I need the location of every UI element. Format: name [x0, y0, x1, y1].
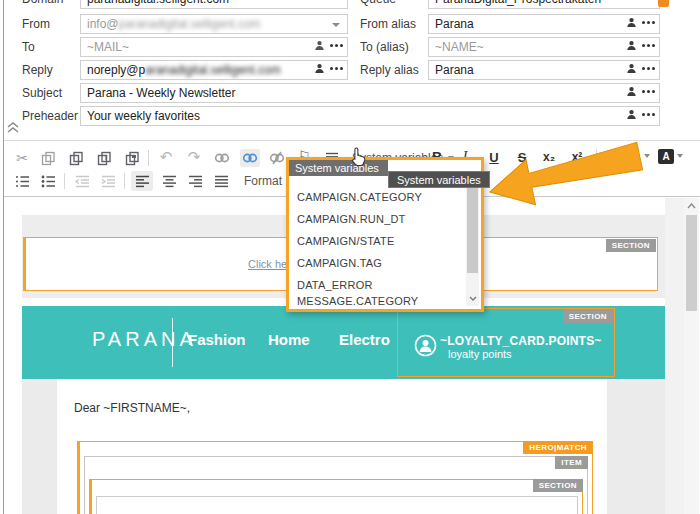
from-alias-label: From alias	[360, 14, 416, 34]
person-icon[interactable]	[626, 109, 637, 120]
nav-fashion[interactable]: Fashion	[188, 331, 246, 348]
subject-field[interactable]: Parana - Weekly Newsletter	[80, 83, 660, 103]
align-left-icon[interactable]	[131, 171, 153, 191]
preheader-value: Your weekly favorites	[87, 109, 200, 123]
toolbar-separator	[64, 173, 65, 189]
ellipsis-button[interactable]	[642, 67, 655, 70]
align-center-icon[interactable]	[159, 172, 179, 190]
toolbar-separator	[148, 150, 149, 166]
person-icon[interactable]	[314, 40, 325, 51]
to-alias-label: To (alias)	[360, 37, 409, 57]
to-alias-field[interactable]: ~NAME~	[428, 37, 660, 57]
outdent-icon[interactable]	[72, 172, 92, 190]
from-field[interactable]: info@paranadigital.selligent.com	[80, 14, 348, 34]
domain-field[interactable]: paranadigital.selligent.com	[80, 0, 348, 9]
dropdown-scrollbar-thumb[interactable]	[467, 181, 478, 273]
subject-label: Subject	[22, 83, 62, 103]
ellipsis-button[interactable]	[642, 44, 655, 47]
undo-icon[interactable]: ↶	[156, 148, 176, 166]
parana-logo: PARANA	[92, 328, 197, 351]
hand-cursor-icon	[350, 147, 367, 166]
redo-icon[interactable]: ↷	[184, 148, 204, 166]
link-active-icon[interactable]	[240, 149, 260, 167]
dropdown-item[interactable]: CAMPAIGN.CATEGORY	[297, 186, 422, 208]
ellipsis-button[interactable]	[642, 21, 655, 24]
chevron-down-icon	[644, 154, 650, 158]
loyalty-section[interactable]: SECTION ~LOYALTY_CARD.POINTS~ loyalty po…	[397, 308, 615, 377]
reply-label: Reply	[22, 60, 53, 80]
dropdown-item[interactable]: CAMPAIGN/STATE	[297, 230, 395, 252]
align-right-icon[interactable]	[185, 172, 205, 190]
ellipsis-button[interactable]	[642, 90, 655, 93]
preheader-field[interactable]: Your weekly favorites	[80, 106, 660, 126]
cut-icon[interactable]: ✂	[12, 149, 32, 167]
person-icon[interactable]	[626, 40, 637, 51]
from-value-blurred: paranadigital.selligent.com	[119, 17, 261, 31]
email-body: Dear ~FIRSTNAME~, HERO|MATCH ITEM SECTIO…	[22, 379, 665, 514]
paste-icon[interactable]	[66, 149, 86, 167]
nav-electro[interactable]: Electro	[339, 331, 390, 348]
indent-icon[interactable]	[98, 172, 118, 190]
preview-scrollbar[interactable]	[684, 198, 699, 514]
format-label: Format	[244, 174, 282, 188]
numbered-list-icon[interactable]	[12, 172, 32, 190]
reply-alias-value: Parana	[435, 63, 474, 77]
ellipsis-button[interactable]	[330, 44, 343, 47]
section-badge: SECTION	[563, 310, 613, 323]
inner-content-block[interactable]	[96, 496, 578, 514]
dropdown-scrollbar[interactable]	[466, 180, 479, 306]
domain-label: Domain	[22, 0, 63, 9]
email-brand-header: PARANA Fashion Home Electro SECTION ~LOY…	[22, 306, 665, 379]
ellipsis-button[interactable]	[642, 113, 655, 116]
preheader-label: Preheader	[22, 106, 78, 126]
person-icon[interactable]	[626, 86, 637, 97]
svg-text:T: T	[103, 154, 107, 161]
queue-value: ParanaDigital_Prospectrakaten	[435, 0, 601, 6]
nav-home[interactable]: Home	[268, 331, 310, 348]
validation-warning-icon[interactable]	[658, 0, 669, 7]
copy-icon[interactable]	[38, 149, 58, 167]
email-editor-window: Domain paranadigital.selligent.com Queue…	[0, 0, 700, 514]
collapse-header-icon[interactable]	[6, 120, 20, 132]
chevron-down-icon[interactable]	[332, 23, 340, 27]
unlink-icon[interactable]	[267, 149, 287, 167]
person-icon[interactable]	[626, 17, 637, 28]
from-alias-field[interactable]: Parana	[428, 14, 660, 34]
background-color-button[interactable]: A	[658, 147, 683, 165]
ellipsis-button[interactable]	[330, 67, 343, 70]
bullet-list-icon[interactable]	[38, 172, 58, 190]
dropdown-item[interactable]: MESSAGE.CATEGORY	[297, 290, 418, 312]
chevron-down-icon	[469, 296, 477, 301]
reply-value-blurred: aranadigital.selligent.com	[145, 63, 280, 77]
paste-text-icon[interactable]: T	[94, 149, 114, 167]
to-alias-value: ~NAME~	[435, 40, 484, 54]
person-icon[interactable]	[626, 63, 637, 74]
reply-alias-label: Reply alias	[360, 60, 419, 80]
item-block[interactable]: ITEM SECTION	[84, 456, 588, 514]
person-icon[interactable]	[314, 63, 325, 74]
justify-icon[interactable]	[211, 172, 231, 190]
queue-label: Queue	[360, 0, 396, 9]
chevron-down-icon	[677, 154, 683, 158]
background-color-label: A	[658, 149, 674, 164]
loyalty-points-caption: loyalty points	[448, 348, 512, 360]
link-icon[interactable]	[212, 149, 232, 167]
queue-field[interactable]: ParanaDigital_Prospectrakaten	[428, 0, 660, 9]
dropdown-scroll-down-button[interactable]	[466, 291, 479, 306]
section-badge: SECTION	[533, 479, 583, 492]
scrollbar-thumb[interactable]	[686, 215, 697, 311]
paste-image-icon[interactable]	[122, 149, 142, 167]
inner-section-block[interactable]: SECTION	[89, 479, 583, 514]
hero-match-block[interactable]: HERO|MATCH ITEM SECTION	[77, 441, 593, 514]
domain-value: paranadigital.selligent.com	[87, 0, 229, 6]
hero-match-badge: HERO|MATCH	[523, 441, 593, 454]
dropdown-selected-item[interactable]: System variables	[289, 160, 388, 176]
dropdown-item[interactable]: CAMPAIGN.TAG	[297, 252, 382, 274]
loyalty-points-variable: ~LOYALTY_CARD.POINTS~	[440, 334, 602, 348]
dropdown-item[interactable]: CAMPAIGN.RUN_DT	[297, 208, 406, 230]
to-field[interactable]: ~MAIL~	[80, 37, 348, 57]
reply-alias-field[interactable]: Parana	[428, 60, 660, 80]
scroll-up-icon[interactable]	[687, 203, 696, 209]
to-value: ~MAIL~	[87, 40, 129, 54]
reply-field[interactable]: noreply@paranadigital.selligent.com	[80, 60, 348, 80]
